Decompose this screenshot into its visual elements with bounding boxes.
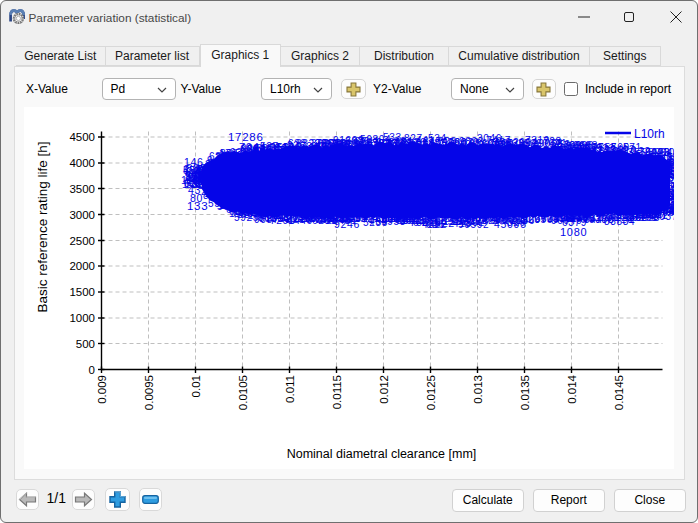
svg-text:8298: 8298 (211, 189, 236, 200)
svg-text:264: 264 (454, 138, 474, 150)
svg-text:19: 19 (280, 146, 293, 158)
svg-text:146: 146 (184, 156, 204, 168)
svg-text:2216: 2216 (286, 213, 312, 225)
svg-text:35867: 35867 (637, 209, 668, 220)
svg-text:0.009: 0.009 (96, 375, 108, 404)
svg-text:5E2: 5E2 (434, 217, 455, 229)
svg-text:0.012: 0.012 (378, 375, 390, 404)
svg-text:58939: 58939 (554, 142, 587, 154)
svg-text:0.011: 0.011 (284, 375, 296, 403)
svg-text:92: 92 (266, 209, 280, 221)
svg-text:2000: 2000 (69, 260, 95, 272)
svg-text:3500: 3500 (69, 183, 95, 195)
svg-text:4000: 4000 (69, 157, 95, 169)
svg-text:0.014: 0.014 (566, 374, 578, 403)
svg-text:0.0125: 0.0125 (425, 375, 437, 410)
svg-text:119746: 119746 (354, 139, 392, 151)
svg-text:875: 875 (570, 212, 589, 223)
svg-text:35457: 35457 (400, 215, 431, 226)
svg-text:8840: 8840 (237, 208, 264, 220)
svg-text:Basic reference rating life [h: Basic reference rating life [h] (35, 141, 50, 312)
svg-text:0.013: 0.013 (472, 375, 484, 404)
svg-text:1080: 1080 (560, 226, 587, 238)
svg-text:500: 500 (76, 338, 95, 350)
svg-text:9851490: 9851490 (494, 139, 540, 151)
svg-text:45095: 45095 (494, 218, 527, 230)
svg-text:9246: 9246 (334, 218, 360, 230)
svg-text:0.0115: 0.0115 (331, 375, 343, 409)
svg-text:0.0095: 0.0095 (143, 375, 155, 410)
svg-text:0.0145: 0.0145 (613, 375, 625, 410)
svg-text:9278: 9278 (622, 150, 648, 162)
svg-text:55: 55 (654, 197, 667, 209)
svg-text:1500: 1500 (69, 286, 95, 298)
svg-text:Nominal diametral clearance [m: Nominal diametral clearance [mm] (287, 447, 477, 461)
svg-text:5993: 5993 (324, 141, 350, 153)
svg-text:0.01: 0.01 (190, 375, 202, 397)
svg-text:4500: 4500 (69, 131, 95, 143)
svg-text:0.0105: 0.0105 (237, 375, 249, 410)
svg-text:1000: 1000 (69, 312, 95, 324)
svg-text:133: 133 (187, 200, 208, 212)
svg-text:14050: 14050 (422, 137, 455, 149)
svg-text:16024: 16024 (592, 145, 626, 157)
svg-text:0.0135: 0.0135 (519, 375, 531, 410)
svg-text:0: 0 (89, 364, 95, 376)
svg-text:12: 12 (203, 174, 216, 185)
svg-text:L10rh: L10rh (634, 127, 665, 141)
svg-text:3000: 3000 (69, 209, 95, 221)
svg-text:2500: 2500 (69, 235, 95, 247)
